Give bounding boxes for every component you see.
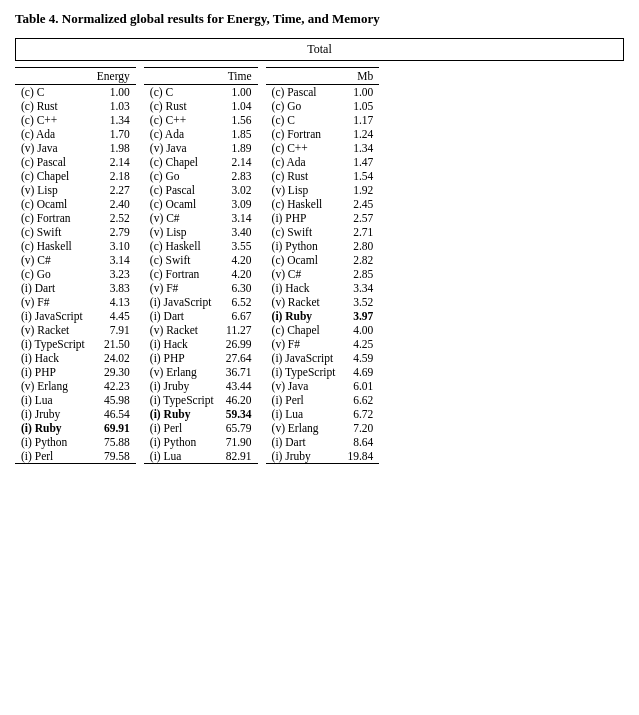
table-row: (i) Hack24.02 xyxy=(15,351,136,365)
table-row: (c) Swift4.20 xyxy=(144,253,258,267)
table-row: (i) Dart3.83 xyxy=(15,281,136,295)
table-row: (i) Perl79.58 xyxy=(15,449,136,464)
table-row: (i) Ruby59.34 xyxy=(144,407,258,421)
lang-cell: (i) JavaScript xyxy=(15,309,91,323)
total-label: Total xyxy=(15,38,624,61)
value-cell: 4.13 xyxy=(91,295,136,309)
lang-cell: (i) Hack xyxy=(15,351,91,365)
value-cell: 1.89 xyxy=(220,141,258,155)
table-row: (v) F#6.30 xyxy=(144,281,258,295)
value-cell: 6.01 xyxy=(341,379,379,393)
value-cell: 6.30 xyxy=(220,281,258,295)
table-row: (c) Ocaml2.40 xyxy=(15,197,136,211)
table-row: (c) Chapel2.18 xyxy=(15,169,136,183)
table-row: (i) Python71.90 xyxy=(144,435,258,449)
lang-cell: (v) Java xyxy=(144,141,220,155)
lang-cell: (c) Chapel xyxy=(144,155,220,169)
table-row: (v) Lisp3.40 xyxy=(144,225,258,239)
value-cell: 1.98 xyxy=(91,141,136,155)
lang-cell: (c) Swift xyxy=(266,225,342,239)
lang-cell: (c) Haskell xyxy=(144,239,220,253)
value-cell: 24.02 xyxy=(91,351,136,365)
lang-cell: (i) Python xyxy=(144,435,220,449)
value-cell: 6.62 xyxy=(341,393,379,407)
lang-cell: (v) C# xyxy=(144,211,220,225)
table-row: (i) JavaScript6.52 xyxy=(144,295,258,309)
lang-cell: (c) C++ xyxy=(15,113,91,127)
table-row: (i) Dart6.67 xyxy=(144,309,258,323)
table-row: (c) Fortran2.52 xyxy=(15,211,136,225)
value-cell: 65.79 xyxy=(220,421,258,435)
value-cell: 3.40 xyxy=(220,225,258,239)
value-cell: 4.20 xyxy=(220,253,258,267)
value-cell: 3.97 xyxy=(341,309,379,323)
value-cell: 3.09 xyxy=(220,197,258,211)
table-row: (i) PHP27.64 xyxy=(144,351,258,365)
time-col-lang xyxy=(144,68,220,85)
table-row: (i) Perl6.62 xyxy=(266,393,380,407)
table-row: (c) Chapel4.00 xyxy=(266,323,380,337)
table-row: (i) Ruby69.91 xyxy=(15,421,136,435)
lang-cell: (c) Swift xyxy=(144,253,220,267)
value-cell: 1.92 xyxy=(341,183,379,197)
lang-cell: (v) Racket xyxy=(266,295,342,309)
lang-cell: (c) Ada xyxy=(144,127,220,141)
memory-col-header: Mb xyxy=(341,68,379,85)
lang-cell: (c) Haskell xyxy=(266,197,342,211)
lang-cell: (i) Python xyxy=(15,435,91,449)
table-row: (i) PHP2.57 xyxy=(266,211,380,225)
lang-cell: (v) Racket xyxy=(144,323,220,337)
memory-table: Mb (c) Pascal1.00(c) Go1.05(c) C1.17(c) … xyxy=(266,67,380,464)
value-cell: 3.23 xyxy=(91,267,136,281)
table-row: (i) TypeScript4.69 xyxy=(266,365,380,379)
value-cell: 1.17 xyxy=(341,113,379,127)
table-row: (c) Fortran1.24 xyxy=(266,127,380,141)
table-row: (c) Chapel2.14 xyxy=(144,155,258,169)
table-row: (i) Hack26.99 xyxy=(144,337,258,351)
value-cell: 2.27 xyxy=(91,183,136,197)
tables-container: Energy (c) C1.00(c) Rust1.03(c) C++1.34(… xyxy=(15,67,624,464)
table-row: (i) Ruby3.97 xyxy=(266,309,380,323)
value-cell: 21.50 xyxy=(91,337,136,351)
table-row: (v) Lisp1.92 xyxy=(266,183,380,197)
value-cell: 1.05 xyxy=(341,99,379,113)
value-cell: 1.47 xyxy=(341,155,379,169)
value-cell: 3.52 xyxy=(341,295,379,309)
memory-col-lang xyxy=(266,68,342,85)
lang-cell: (c) C xyxy=(15,85,91,100)
value-cell: 1.24 xyxy=(341,127,379,141)
lang-cell: (c) Swift xyxy=(15,225,91,239)
table-row: (c) Pascal1.00 xyxy=(266,85,380,100)
value-cell: 3.14 xyxy=(220,211,258,225)
value-cell: 6.52 xyxy=(220,295,258,309)
table-row: (i) JavaScript4.45 xyxy=(15,309,136,323)
lang-cell: (i) Dart xyxy=(266,435,342,449)
value-cell: 2.85 xyxy=(341,267,379,281)
value-cell: 3.83 xyxy=(91,281,136,295)
lang-cell: (i) Ruby xyxy=(266,309,342,323)
value-cell: 4.00 xyxy=(341,323,379,337)
value-cell: 2.80 xyxy=(341,239,379,253)
table-row: (v) F#4.13 xyxy=(15,295,136,309)
value-cell: 45.98 xyxy=(91,393,136,407)
table-row: (v) F#4.25 xyxy=(266,337,380,351)
table-row: (v) Java1.89 xyxy=(144,141,258,155)
lang-cell: (i) PHP xyxy=(266,211,342,225)
value-cell: 2.82 xyxy=(341,253,379,267)
table-row: (v) Java1.98 xyxy=(15,141,136,155)
lang-cell: (i) Lua xyxy=(144,449,220,464)
table-row: (c) Ocaml3.09 xyxy=(144,197,258,211)
value-cell: 3.02 xyxy=(220,183,258,197)
table-title: Table 4. Normalized global results for E… xyxy=(15,10,624,28)
table-row: (c) Ada1.70 xyxy=(15,127,136,141)
lang-cell: (c) Go xyxy=(144,169,220,183)
table-row: (c) Swift2.71 xyxy=(266,225,380,239)
lang-cell: (c) C xyxy=(266,113,342,127)
lang-cell: (i) Lua xyxy=(15,393,91,407)
lang-cell: (i) JavaScript xyxy=(266,351,342,365)
value-cell: 42.23 xyxy=(91,379,136,393)
table-row: (c) Ada1.47 xyxy=(266,155,380,169)
value-cell: 2.57 xyxy=(341,211,379,225)
table-row: (i) Jruby43.44 xyxy=(144,379,258,393)
value-cell: 75.88 xyxy=(91,435,136,449)
